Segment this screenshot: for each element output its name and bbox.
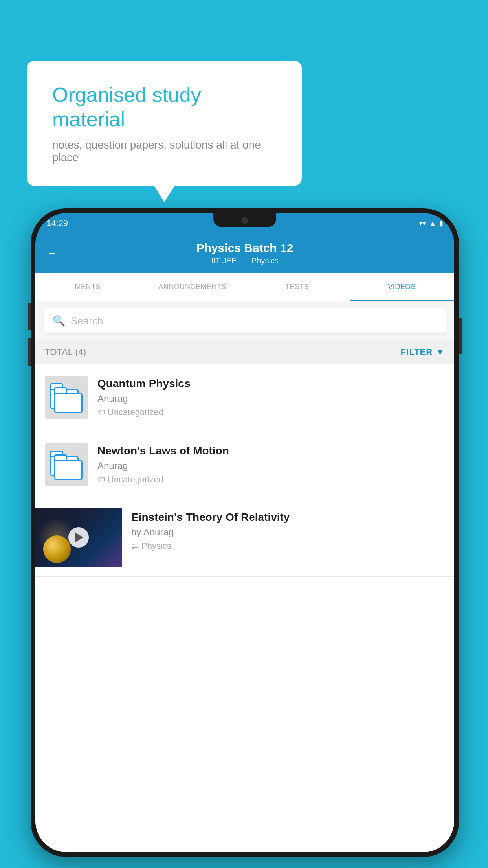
tab-ments[interactable]: MENTS (35, 273, 140, 301)
tag-icon: 🏷 (97, 475, 105, 484)
item-info: Newton's Laws of Motion Anurag 🏷 Uncateg… (97, 445, 445, 485)
search-box[interactable]: 🔍 Search (44, 308, 446, 333)
item-thumbnail (45, 376, 88, 419)
tag-icon: 🏷 (131, 542, 139, 551)
video-thumbnail-image (35, 508, 122, 567)
list-item[interactable]: Quantum Physics Anurag 🏷 Uncategorized (35, 364, 454, 431)
volume-down-button (28, 338, 31, 366)
tag-label: Uncategorized (108, 474, 163, 485)
item-title: Newton's Laws of Motion (97, 445, 445, 457)
phone-notch (213, 213, 276, 227)
subtitle-physics: Physics (251, 256, 279, 265)
play-button[interactable] (68, 527, 89, 548)
item-tag: 🏷 Uncategorized (97, 407, 445, 417)
folder-icon (49, 382, 84, 413)
list-item[interactable]: Newton's Laws of Motion Anurag 🏷 Uncateg… (35, 431, 454, 498)
wifi-icon: ▾▾ (419, 219, 426, 228)
front-camera (241, 217, 248, 224)
item-author: Anurag (97, 393, 445, 404)
phone-screen: 14:29 ▾▾ ▲ ▮ ← Physics Batch 12 IIT JEE … (35, 213, 454, 852)
search-area: 🔍 Search (35, 301, 454, 340)
play-triangle-icon (75, 533, 83, 542)
thumb-planet (43, 535, 71, 563)
item-tag: 🏷 Uncategorized (97, 474, 445, 485)
folder-icon (49, 449, 84, 480)
speech-bubble-box: Organised study material notes, question… (27, 61, 302, 186)
app-header: ← Physics Batch 12 IIT JEE Physics (35, 234, 454, 273)
screen-content: 14:29 ▾▾ ▲ ▮ ← Physics Batch 12 IIT JEE … (35, 213, 454, 852)
item-thumbnail (45, 443, 88, 486)
filter-label: FILTER (401, 347, 433, 357)
tab-videos[interactable]: VIDEOS (350, 273, 455, 301)
battery-icon: ▮ (439, 219, 443, 228)
item-info: Quantum Physics Anurag 🏷 Uncategorized (97, 377, 445, 417)
list-item[interactable]: Einstein's Theory Of Relativity by Anura… (35, 498, 454, 577)
header-subtitle: IIT JEE Physics (208, 256, 282, 265)
subtitle-iit: IIT JEE (211, 256, 237, 265)
item-tag: 🏷 Physics (131, 541, 445, 551)
item-title: Quantum Physics (97, 377, 445, 390)
tag-label: Physics (141, 541, 171, 551)
back-button[interactable]: ← (46, 247, 57, 259)
tab-tests[interactable]: TESTS (245, 273, 350, 301)
phone-device: 14:29 ▾▾ ▲ ▮ ← Physics Batch 12 IIT JEE … (31, 208, 459, 857)
bubble-subtitle: notes, question papers, solutions all at… (52, 139, 276, 164)
speech-bubble: Organised study material notes, question… (27, 61, 302, 186)
item-title: Einstein's Theory Of Relativity (131, 511, 445, 524)
item-info: Einstein's Theory Of Relativity by Anura… (131, 508, 445, 551)
filter-bar: TOTAL (4) FILTER ▼ (35, 340, 454, 364)
tag-label: Uncategorized (108, 407, 163, 417)
search-input[interactable]: Search (71, 315, 103, 327)
bubble-title: Organised study material (52, 83, 276, 132)
tab-announcements[interactable]: ANNOUNCEMENTS (140, 273, 245, 301)
tag-icon: 🏷 (97, 408, 105, 417)
content-list: Quantum Physics Anurag 🏷 Uncategorized (35, 364, 454, 852)
total-count: TOTAL (4) (45, 347, 86, 357)
tabs-bar: MENTS ANNOUNCEMENTS TESTS VIDEOS (35, 273, 454, 301)
filter-funnel-icon: ▼ (436, 347, 445, 357)
volume-up-button (28, 303, 31, 330)
header-title: Physics Batch 12 (196, 241, 294, 255)
search-icon: 🔍 (53, 315, 65, 327)
signal-icon: ▲ (429, 219, 436, 228)
power-button (459, 318, 462, 354)
status-icons: ▾▾ ▲ ▮ (419, 219, 443, 228)
item-author: by Anurag (131, 527, 445, 538)
filter-button[interactable]: FILTER ▼ (401, 347, 445, 357)
status-time: 14:29 (46, 218, 68, 228)
item-author: Anurag (97, 460, 445, 471)
